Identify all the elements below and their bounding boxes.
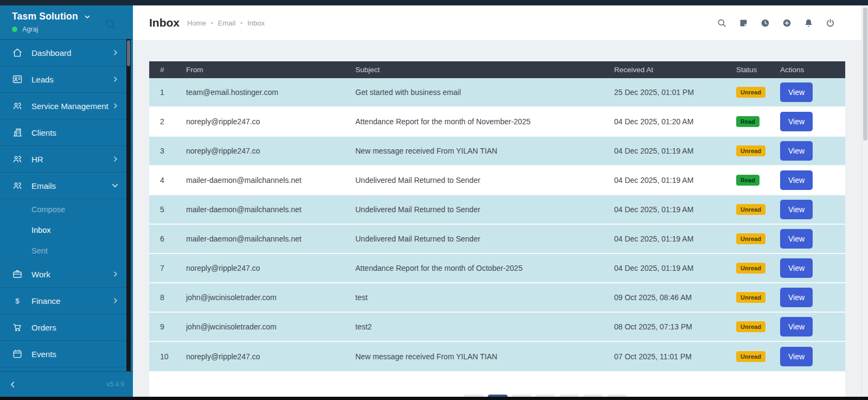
app-version: v5.4.9 <box>106 380 124 388</box>
email-subject: Get started with business email <box>355 88 614 97</box>
sidebar-item-leads[interactable]: Leads <box>0 66 133 93</box>
sidebar-scrollbar-thumb[interactable] <box>127 40 130 66</box>
sidebar-item-work[interactable]: Work <box>0 261 133 288</box>
actions-cell: View <box>780 82 845 102</box>
row-number: 6 <box>149 234 186 243</box>
breadcrumb-separator: • <box>211 20 213 26</box>
users-icon <box>11 179 24 192</box>
sidebar-subitem-sent[interactable]: Sent <box>0 240 133 261</box>
table-header: #FromSubjectReceived AtStatusActions <box>149 61 845 78</box>
view-button[interactable]: View <box>780 288 813 307</box>
user-name: Agraj <box>22 26 38 33</box>
email-received-at: 04 Dec 2025, 01:19 AM <box>614 176 736 185</box>
sidebar-item-events[interactable]: Events <box>0 341 133 367</box>
breadcrumb-home[interactable]: Home <box>187 19 206 27</box>
window-top-strip <box>0 0 868 5</box>
email-from: noreply@ripple247.co <box>186 147 355 155</box>
email-from: john@jwcinisoletrader.com <box>186 293 355 302</box>
calendar-icon <box>11 347 24 360</box>
sidebar-subitem-compose[interactable]: Compose <box>0 199 133 220</box>
email-from: mailer-daemon@mailchannels.net <box>186 205 355 214</box>
power-icon[interactable] <box>825 18 835 28</box>
view-button[interactable]: View <box>780 258 813 278</box>
actions-cell: View <box>780 347 845 366</box>
bell-icon[interactable] <box>803 18 814 28</box>
page-title: Inbox <box>149 16 180 29</box>
sidebar-subitem-label: Sent <box>31 246 48 255</box>
status-badge: Unread <box>736 263 765 274</box>
row-number: 3 <box>149 147 186 155</box>
sidebar-item-hr[interactable]: HR <box>0 146 133 173</box>
status-cell: Unread <box>736 292 780 303</box>
sidebar-item-label: Events <box>31 350 119 359</box>
view-button[interactable]: View <box>780 347 813 366</box>
actions-cell: View <box>780 258 845 278</box>
view-button[interactable]: View <box>780 317 813 336</box>
row-number: 5 <box>149 205 186 214</box>
email-from: team@email.hostinger.com <box>186 88 355 97</box>
chevron-right-icon <box>111 49 119 56</box>
status-badge: Unread <box>736 204 765 215</box>
email-row: 2noreply@ripple247.coAttendance Report f… <box>149 107 845 137</box>
email-subject: Undelivered Mail Returned to Sender <box>355 176 614 185</box>
sidebar-item-finance[interactable]: $Finance <box>0 288 133 314</box>
row-number: 2 <box>149 117 186 126</box>
row-number: 8 <box>149 293 186 302</box>
table-body: 1team@email.hostinger.comGet started wit… <box>149 78 845 371</box>
chevron-right-icon <box>111 271 119 277</box>
header-icons <box>717 18 835 28</box>
status-badge: Unread <box>736 145 765 156</box>
search-icon[interactable] <box>717 18 727 28</box>
sidebar-header: Tasm Solution Agraj <box>0 5 133 39</box>
view-button[interactable]: View <box>780 141 813 161</box>
email-from: mailer-daemon@mailchannels.net <box>186 234 355 243</box>
email-subject: Attendance Report for the month of Octob… <box>355 264 614 272</box>
status-cell: Unread <box>736 263 780 274</box>
email-received-at: 09 Oct 2025, 08:46 AM <box>614 293 736 302</box>
breadcrumb-email[interactable]: Email <box>218 19 236 27</box>
email-received-at: 07 Oct 2025, 11:01 PM <box>614 352 736 361</box>
email-subject: Attendance Report for the month of Novem… <box>355 117 614 126</box>
sidebar-item-orders[interactable]: Orders <box>0 314 133 341</box>
sidebar-footer: v5.4.9 <box>0 371 133 397</box>
chevron-right-icon <box>111 297 119 304</box>
actions-cell: View <box>780 141 845 161</box>
email-row: 1team@email.hostinger.comGet started wit… <box>149 78 845 107</box>
sidebar-item-emails[interactable]: Emails <box>0 173 133 199</box>
view-button[interactable]: View <box>780 229 813 249</box>
status-badge: Read <box>736 116 760 127</box>
leads-icon <box>11 73 24 86</box>
email-received-at: 08 Oct 2025, 07:13 PM <box>614 322 736 331</box>
email-subject: test <box>355 293 614 302</box>
sidebar-collapse-button[interactable] <box>9 380 17 389</box>
dollar-icon: $ <box>11 294 24 307</box>
sidebar-item-clients[interactable]: Clients <box>0 119 133 146</box>
note-icon[interactable] <box>738 18 749 28</box>
view-button[interactable]: View <box>780 112 813 131</box>
chevron-right-icon <box>111 76 119 82</box>
add-icon[interactable] <box>782 18 792 28</box>
sidebar-subitem-inbox[interactable]: Inbox <box>0 220 133 240</box>
row-number: 7 <box>149 264 186 272</box>
email-received-at: 04 Dec 2025, 01:19 AM <box>614 264 736 272</box>
email-from: mailer-daemon@mailchannels.net <box>186 176 355 185</box>
sidebar-item-label: HR <box>31 155 111 164</box>
users-icon <box>11 153 24 166</box>
view-button[interactable]: View <box>780 200 813 219</box>
sidebar-item-label: Leads <box>31 75 111 84</box>
sidebar-item-service-management[interactable]: Service Management <box>0 93 133 119</box>
page-header: Inbox Home•Email•Inbox <box>133 5 861 41</box>
email-row: 5mailer-daemon@mailchannels.netUndeliver… <box>149 195 845 225</box>
status-cell: Unread <box>736 321 780 332</box>
sidebar-subitem-label: Compose <box>31 205 65 214</box>
column-header-status: Status <box>736 66 780 74</box>
page-scrollbar-thumb[interactable] <box>863 8 867 141</box>
email-row: 6mailer-daemon@mailchannels.netUndeliver… <box>149 225 845 254</box>
clock-icon[interactable] <box>760 18 770 28</box>
view-button[interactable]: View <box>780 82 813 102</box>
brand-name: Tasm Solution <box>12 11 78 22</box>
home-icon <box>11 46 24 59</box>
view-button[interactable]: View <box>780 170 813 190</box>
sidebar-item-dashboard[interactable]: Dashboard <box>0 40 133 66</box>
sidebar-subitem-label: Inbox <box>31 226 50 234</box>
